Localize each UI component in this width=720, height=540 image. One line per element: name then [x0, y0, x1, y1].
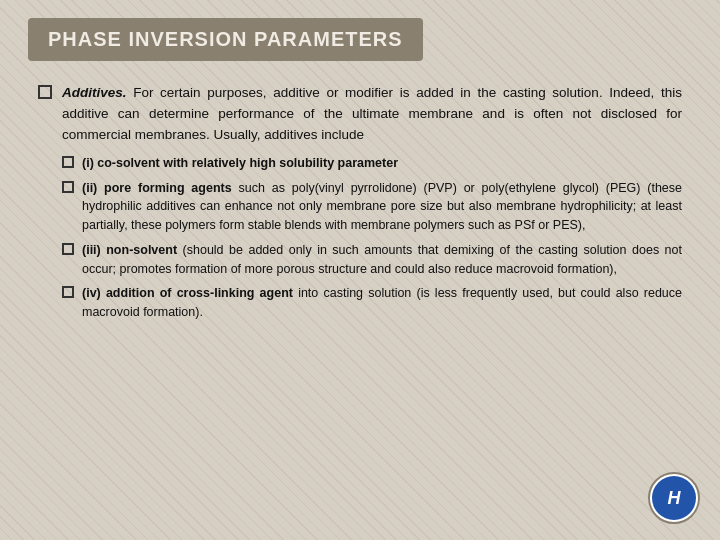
sub-bullet-1: (i) co-solvent with relatively high solu… [62, 154, 682, 173]
page: PHASE INVERSION PARAMETERS Additives. Fo… [0, 0, 720, 540]
main-bullet: Additives. For certain purposes, additiv… [38, 83, 682, 322]
sub-bullet-3: (iii) non-solvent (should be added only … [62, 241, 682, 279]
additives-label: Additives. [62, 85, 127, 100]
sub-text-4: (iv) addition of cross-linking agent int… [82, 284, 682, 322]
sub-text-1: (i) co-solvent with relatively high solu… [82, 154, 398, 173]
sub-checkbox-1 [62, 156, 74, 168]
page-title: PHASE INVERSION PARAMETERS [48, 28, 403, 50]
sub-bullet-4: (iv) addition of cross-linking agent int… [62, 284, 682, 322]
sub-bold-3: (iii) non-solvent [82, 243, 177, 257]
sub-bold-1: (i) co-solvent with relatively high solu… [82, 156, 398, 170]
sub-bold-4: (iv) addition of cross-linking agent [82, 286, 293, 300]
sub-bold-2: (ii) pore forming agents [82, 181, 232, 195]
main-bullet-text: Additives. For certain purposes, additiv… [62, 83, 682, 322]
sub-bullets-list: (i) co-solvent with relatively high solu… [62, 154, 682, 322]
title-bar: PHASE INVERSION PARAMETERS [28, 18, 423, 61]
logo-circle: H [648, 472, 700, 524]
sub-text-3: (iii) non-solvent (should be added only … [82, 241, 682, 279]
sub-checkbox-3 [62, 243, 74, 255]
sub-checkbox-2 [62, 181, 74, 193]
main-checkbox-icon [38, 85, 52, 99]
sub-text-2: (ii) pore forming agents such as poly(vi… [82, 179, 682, 235]
sub-bullet-2: (ii) pore forming agents such as poly(vi… [62, 179, 682, 235]
additives-text: For certain purposes, additive or modifi… [62, 85, 682, 142]
logo-symbol: H [652, 476, 696, 520]
sub-checkbox-4 [62, 286, 74, 298]
main-content: Additives. For certain purposes, additiv… [28, 83, 692, 322]
